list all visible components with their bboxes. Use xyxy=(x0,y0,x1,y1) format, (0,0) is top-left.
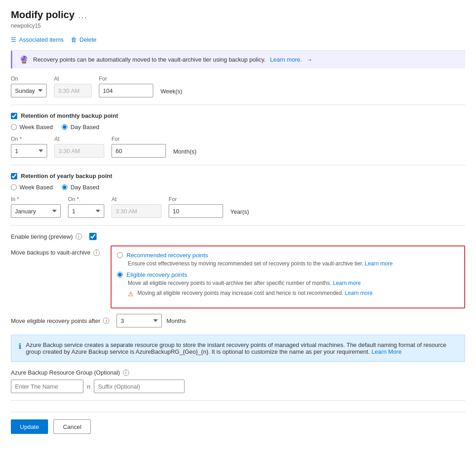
weekly-at-group: At 3:30 AM xyxy=(54,76,92,97)
eligible-radio[interactable] xyxy=(117,272,123,278)
yearly-in-group: In * January xyxy=(11,196,61,218)
yearly-on-label: On * xyxy=(68,196,104,202)
move-eligible-row: Move eligible recovery points after i 3 … xyxy=(11,314,465,327)
weekly-on-select[interactable]: Sunday xyxy=(11,84,47,97)
dropdown-with-unit: 3 6 9 12 Months xyxy=(117,314,186,327)
weekly-at-select[interactable]: 3:30 AM xyxy=(54,84,92,97)
monthly-at-group: At 3:30 AM xyxy=(54,136,104,158)
info-blue-icon: ℹ xyxy=(19,342,21,351)
yearly-form-row: In * January On * 1 At 3:30 AM xyxy=(11,196,465,218)
monthly-day-based-radio[interactable] xyxy=(62,124,68,130)
yearly-checkbox[interactable] xyxy=(11,173,17,179)
yearly-week-based-radio[interactable] xyxy=(11,184,17,190)
delete-button[interactable]: 🗑 Delete xyxy=(71,34,97,45)
tiering-checkbox[interactable] xyxy=(89,233,97,240)
update-button[interactable]: Update xyxy=(11,419,48,434)
yearly-day-based-radio-label[interactable]: Day Based xyxy=(62,184,99,191)
grid-icon: ☰ xyxy=(11,36,16,43)
yearly-on-required: * xyxy=(77,196,79,202)
move-backups-section: Move backups to vault-archive i Recommen… xyxy=(11,245,465,308)
archive-info-banner: 🔮 Recovery points can be automatically m… xyxy=(11,51,465,68)
move-eligible-unit: Months xyxy=(166,317,186,324)
monthly-week-based-radio[interactable] xyxy=(11,124,17,130)
monthly-for-label: For xyxy=(112,136,166,142)
eligible-desc: Move all eligible recovery points to vau… xyxy=(128,280,459,286)
recommended-radio[interactable] xyxy=(117,252,123,258)
monthly-section: Retention of monthly backup point Week B… xyxy=(11,112,465,158)
weekly-for-group: For xyxy=(99,76,153,97)
yearly-section: Retention of yearly backup point Week Ba… xyxy=(11,173,465,218)
monthly-at-label: At xyxy=(54,136,104,142)
page-container: Modify policy ... newpolicy15 ☰ Associat… xyxy=(0,0,476,457)
delete-icon: 🗑 xyxy=(71,36,77,43)
yearly-unit: Year(s) xyxy=(230,208,249,218)
banner-text: Recovery points can be automatically mov… xyxy=(33,56,266,63)
yearly-for-label: For xyxy=(169,196,223,202)
yearly-on-select[interactable]: 1 xyxy=(68,204,104,218)
title-row: Modify policy ... xyxy=(11,9,465,22)
toolbar: ☰ Associated items 🗑 Delete xyxy=(11,34,465,51)
weekly-on-group: On Sunday xyxy=(11,76,47,97)
monthly-form-row: On * 1 At 3:30 AM For Month(s) xyxy=(11,136,465,158)
yearly-for-input[interactable] xyxy=(169,204,223,218)
yearly-day-based-radio[interactable] xyxy=(62,184,68,190)
monthly-checkbox[interactable] xyxy=(11,113,17,119)
monthly-checkbox-label[interactable]: Retention of monthly backup point xyxy=(11,112,465,119)
resource-group-name-input[interactable] xyxy=(11,380,83,393)
weekly-unit: Week(s) xyxy=(160,88,182,97)
weekly-on-label: On xyxy=(11,76,47,82)
move-eligible-label: Move eligible recovery points after i xyxy=(11,317,109,324)
warning-learn-more-link[interactable]: Learn more xyxy=(345,290,373,296)
monthly-for-group: For xyxy=(112,136,166,158)
eligible-learn-more-link[interactable]: Learn more xyxy=(333,280,360,286)
more-button[interactable]: ... xyxy=(78,11,88,20)
monthly-on-select[interactable]: 1 xyxy=(11,144,47,158)
warning-text: Moving all eligible recovery points may … xyxy=(137,290,373,296)
yearly-in-label: In * xyxy=(11,196,61,202)
recommended-option: Recommended recovery points Ensure cost … xyxy=(117,252,459,267)
yearly-in-required: * xyxy=(17,196,19,202)
resource-group-section: Azure Backup Resource Group (Optional) i… xyxy=(11,369,465,393)
footer-buttons: Update Cancel xyxy=(11,412,465,434)
weekly-for-input[interactable] xyxy=(99,84,153,97)
yearly-on-group: On * 1 xyxy=(68,196,104,218)
page-title: Modify policy xyxy=(11,9,75,21)
page-subtitle: newpolicy15 xyxy=(11,23,465,29)
yearly-at-select[interactable]: 3:30 AM xyxy=(112,204,161,218)
banner-arrow: → xyxy=(306,56,312,63)
yearly-in-select[interactable]: January xyxy=(11,204,61,218)
yearly-week-based-radio-label[interactable]: Week Based xyxy=(11,184,53,191)
move-eligible-select[interactable]: 3 6 9 12 xyxy=(117,314,162,327)
info-box-learn-more-link[interactable]: Learn More xyxy=(371,348,401,355)
info-box-text: Azure Backup service creates a separate … xyxy=(26,342,457,355)
recommended-radio-label[interactable]: Recommended recovery points xyxy=(117,252,459,259)
recommended-learn-more-link[interactable]: Learn more xyxy=(365,260,393,267)
yearly-at-group: At 3:30 AM xyxy=(112,196,161,218)
warning-icon: ⚠ xyxy=(128,290,134,298)
tiering-label: Enable tiering (preview) i xyxy=(11,233,82,240)
monthly-week-based-radio-label[interactable]: Week Based xyxy=(11,124,53,130)
info-purple-icon: 🔮 xyxy=(19,55,29,64)
tiering-info-icon[interactable]: i xyxy=(76,233,82,240)
move-backups-info-icon[interactable]: i xyxy=(93,250,100,256)
resource-group-info-icon[interactable]: i xyxy=(123,370,129,376)
resource-group-inputs: n xyxy=(11,380,465,393)
yearly-checkbox-label[interactable]: Retention of yearly backup point xyxy=(11,173,465,179)
yearly-at-label: At xyxy=(112,196,161,202)
monthly-at-select[interactable]: 3:30 AM xyxy=(54,144,104,158)
cancel-button[interactable]: Cancel xyxy=(53,419,91,434)
monthly-radio-group: Week Based Day Based xyxy=(11,124,465,130)
monthly-for-input[interactable] xyxy=(112,144,166,158)
associated-items-button[interactable]: ☰ Associated items xyxy=(11,34,63,45)
banner-learn-more-link[interactable]: Learn more. xyxy=(270,56,302,63)
yearly-for-group: For xyxy=(169,196,223,218)
azure-backup-info-box: ℹ Azure Backup service creates a separat… xyxy=(11,335,465,362)
warning-box: ⚠ Moving all eligible recovery points ma… xyxy=(128,290,459,298)
resource-group-suffix-input[interactable] xyxy=(94,380,185,393)
name-separator: n xyxy=(87,383,90,390)
move-eligible-info-icon[interactable]: i xyxy=(103,317,109,324)
monthly-day-based-radio-label[interactable]: Day Based xyxy=(62,124,99,130)
eligible-radio-label[interactable]: Eligible recovery points xyxy=(117,271,459,278)
resource-group-label: Azure Backup Resource Group (Optional) i xyxy=(11,369,465,376)
eligible-option: Eligible recovery points Move all eligib… xyxy=(117,271,459,298)
